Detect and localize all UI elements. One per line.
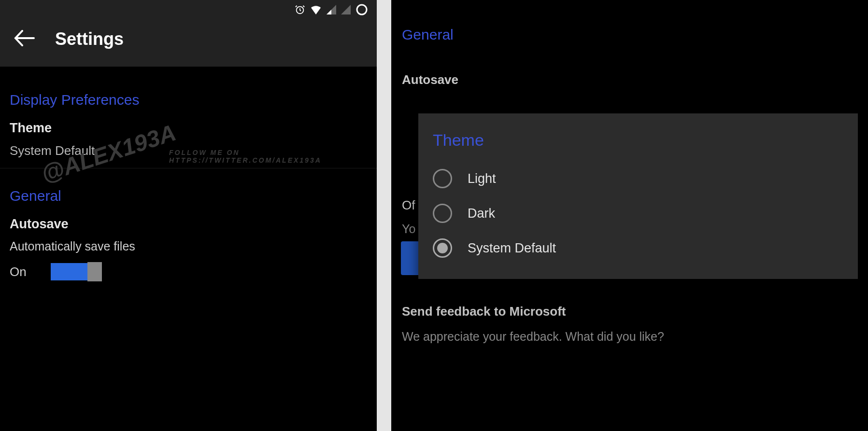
back-arrow-icon[interactable] [14, 30, 35, 48]
theme-title: Theme [10, 121, 367, 136]
svg-point-1 [357, 5, 367, 14]
theme-dialog: Theme Light Dark System Default [418, 113, 858, 279]
theme-option-light[interactable]: Light [433, 161, 843, 196]
signal-2-icon [341, 5, 351, 14]
section-general: General [0, 168, 377, 214]
dialog-title: Theme [433, 131, 843, 150]
autosave-state-label: On [10, 264, 27, 279]
status-bar [0, 0, 377, 19]
radio-icon-selected [433, 238, 452, 258]
radio-icon [433, 204, 452, 223]
wifi-icon [310, 5, 322, 14]
toggle-knob [87, 262, 102, 281]
app-header: Settings [0, 19, 377, 67]
autosave-subtitle: Automatically save files [10, 239, 367, 253]
autosave-bg-label: Autosave [402, 72, 458, 93]
autosave-toggle[interactable] [51, 263, 102, 280]
theme-option-dark[interactable]: Dark [433, 196, 843, 231]
radio-dot [437, 243, 448, 253]
feedback-row[interactable]: Send feedback to Microsoft We appreciate… [402, 304, 857, 344]
feedback-subtitle: We appreciate your feedback. What did yo… [402, 330, 857, 344]
screenshot-divider [377, 0, 391, 431]
offline-row-partial: Of [402, 198, 415, 213]
theme-setting-row[interactable]: Theme System Default [0, 118, 377, 168]
autosave-setting-row: Autosave Automatically save files On [0, 214, 377, 290]
feedback-title: Send feedback to Microsoft [402, 304, 857, 319]
settings-screen-right: General Autosave Of Yo Send feedback to … [391, 0, 868, 431]
settings-screen-left: Settings Display Preferences Theme Syste… [0, 0, 377, 431]
offline-sub-partial: Yo [402, 222, 415, 236]
section-general-right: General [391, 0, 868, 53]
radio-icon [433, 169, 452, 188]
autosave-title: Autosave [10, 217, 367, 232]
signal-1-icon [327, 5, 336, 14]
theme-option-system-default[interactable]: System Default [433, 231, 843, 265]
theme-value: System Default [10, 143, 367, 158]
section-display-preferences: Display Preferences [0, 67, 377, 118]
alarm-icon [295, 4, 305, 15]
page-title: Settings [55, 29, 124, 49]
circle-icon [356, 3, 368, 16]
radio-label: System Default [468, 241, 556, 256]
radio-label: Dark [468, 206, 495, 221]
radio-label: Light [468, 171, 496, 186]
